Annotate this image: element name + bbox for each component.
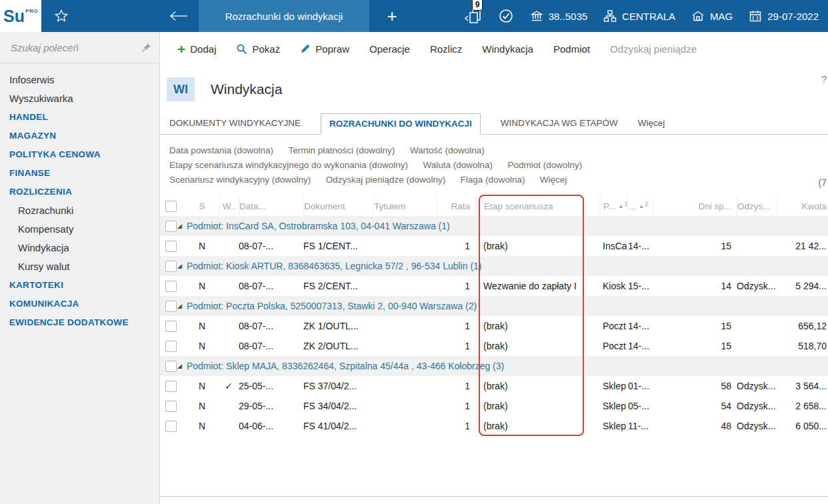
filter-odzyskaj-pieniadze[interactable]: Odzyskaj pieniądze (dowolny) — [326, 173, 445, 187]
cell-data: 08-07-... — [239, 236, 303, 256]
filter-waluta[interactable]: Waluta (dowolna) — [423, 158, 493, 172]
cell-dni: 15 — [653, 316, 737, 336]
sidebar-category-finanse[interactable]: FINANSE — [0, 163, 159, 182]
cell-data: 04-06-... — [239, 416, 303, 436]
sidebar-item-wyszukiwarka[interactable]: Wyszukiwarka — [0, 89, 159, 107]
filter-data-powstania[interactable]: Data powstania (dowolna) — [169, 143, 273, 157]
column-header-kwota[interactable]: Kwota — [777, 196, 828, 216]
sidebar-item-kompensaty[interactable]: Kompensaty — [0, 219, 159, 238]
app-logo[interactable]: Su PRO — [0, 0, 41, 32]
collapse-triangle-icon[interactable]: ◢ — [177, 263, 182, 269]
row-checkbox[interactable] — [165, 301, 177, 312]
column-header-dni[interactable]: Dni sp... — [653, 196, 737, 216]
filter-wartosc[interactable]: Wartość (dowolna) — [410, 143, 485, 157]
group-row[interactable]: ◢ Podmiot: Poczta Polska, 5250007313, St… — [160, 296, 828, 316]
table-row[interactable]: N ✓ 25-05-... FS 37/04/2... 1 (brak) Skl… — [160, 376, 828, 396]
filter-termin-platnosci[interactable]: Termin płatności (dowolny) — [289, 143, 395, 157]
toolbar-button-odzyskaj-pieniadze[interactable]: Odzyskaj pieniądze — [610, 43, 697, 55]
select-all-checkbox[interactable] — [165, 201, 177, 212]
collapse-triangle-icon[interactable]: ◢ — [177, 223, 182, 229]
sidebar-category-rozliczenia[interactable]: ROZLICZENIA — [0, 182, 159, 201]
sidebar-category-handel[interactable]: HANDEL — [0, 107, 159, 126]
pin-icon[interactable] — [141, 43, 151, 53]
sidebar-item-rozrachunki[interactable]: Rozrachunki — [0, 201, 159, 219]
toolbar-button-rozlicz[interactable]: Rozlicz — [430, 43, 462, 55]
group-row[interactable]: ◢ Podmiot: Sklep MAJA, 8336262464, Szpit… — [160, 356, 828, 376]
table-row[interactable]: N 04-06-... FS 41/04/2... 1 (brak) Sklep… — [160, 416, 828, 436]
row-checkbox[interactable] — [165, 241, 177, 252]
cell-w-flag: ✓ — [219, 376, 239, 396]
filter-etapy-scenariusza[interactable]: Etapy scenariusza windykacyjnego do wyko… — [169, 158, 408, 172]
topbar-item-date[interactable]: 29-07-2022 — [749, 9, 819, 23]
row-checkbox[interactable] — [165, 381, 177, 392]
column-header-odzyskaj[interactable]: Odzys... — [737, 196, 777, 216]
tab-windykacja-wg-etapow[interactable]: WINDYKACJA WG ETAPÓW — [501, 113, 618, 134]
row-checkbox[interactable] — [165, 421, 177, 432]
row-checkbox[interactable] — [165, 401, 177, 412]
tab-wiecej[interactable]: Więcej — [638, 113, 665, 134]
toolbar-label: Operacje — [369, 43, 410, 55]
filter-flaga[interactable]: Flaga (dowolna) — [461, 173, 525, 187]
toolbar-button-pokaz[interactable]: Pokaż — [236, 43, 280, 55]
filter-scenariusz-windykacyjny[interactable]: Scenariusz windykacyjny (dowolny) — [169, 173, 311, 187]
sidebar-item-windykacja[interactable]: Windykacja — [0, 238, 159, 257]
table-row[interactable]: N 08-07-... ZK 2/OUTL... 1 (brak) Poczt.… — [160, 336, 828, 356]
row-checkbox[interactable] — [165, 321, 177, 332]
tab-rozrachunki-do-windykacji[interactable]: ROZRACHUNKI DO WINDYKACJI — [321, 113, 481, 135]
help-icon[interactable]: ? — [821, 73, 827, 85]
group-row[interactable]: ◢ Podmiot: Kiosk ARTUR, 8368463635, Legn… — [160, 256, 828, 276]
row-checkbox[interactable] — [165, 261, 177, 272]
sidebar-category-komunikacja[interactable]: KOMUNIKACJA — [0, 294, 159, 313]
group-row[interactable]: ◢ Podmiot: InsCard SA, Ostrobramska 103,… — [160, 216, 828, 236]
table-row[interactable]: N 08-07-... FS 2/CENT... 1 Wezwanie do z… — [160, 276, 828, 296]
new-tab-button[interactable]: + — [377, 0, 407, 32]
table-row[interactable]: N 29-05-... FS 34/04/2... 1 (brak) Sklep… — [160, 396, 828, 416]
row-checkbox[interactable] — [165, 361, 177, 372]
cell-etap-scenariusza: (brak) — [475, 236, 600, 256]
sidebar-item-kursy-walut[interactable]: Kursy walut — [0, 257, 159, 275]
open-windows-button[interactable]: 9 — [464, 7, 482, 25]
sidebar-category-kartoteki[interactable]: KARTOTEKI — [0, 275, 159, 294]
group-label: Podmiot: Kiosk ARTUR, 8368463635, Legnic… — [187, 261, 482, 271]
table-body: ◢ Podmiot: InsCard SA, Ostrobramska 103,… — [160, 216, 828, 436]
column-header-w[interactable]: W.. — [219, 196, 239, 216]
tab-dokumenty-windykacyjne[interactable]: DOKUMENTY WINDYKACYJNE — [169, 113, 301, 134]
sidebar-item-infoserwis[interactable]: Infoserwis — [0, 70, 159, 89]
filter-podmiot[interactable]: Podmiot (dowolny) — [507, 158, 582, 172]
topbar-item-number[interactable]: 38..5035 — [530, 9, 587, 23]
topbar-item-warehouse[interactable]: MAG — [691, 9, 733, 23]
row-checkbox[interactable] — [165, 341, 177, 352]
star-icon — [55, 9, 68, 23]
filter-wiecej[interactable]: Więcej — [540, 173, 567, 187]
status-divider — [160, 496, 828, 497]
row-checkbox[interactable] — [165, 221, 177, 232]
command-search-input[interactable] — [9, 41, 136, 54]
table-row[interactable]: N 08-07-... ZK 1/OUTL... 1 (brak) Poczt.… — [160, 316, 828, 336]
sidebar-category-polityka-cenowa[interactable]: POLITYKA CENOWA — [0, 145, 159, 163]
column-header-dokument[interactable]: Dokument — [303, 196, 373, 216]
table-row[interactable]: N 08-07-... FS 1/CENT... 1 (brak) InsCa.… — [160, 236, 828, 256]
column-header-rata[interactable]: Rata — [437, 196, 475, 216]
sidebar-category-ewidencje-dodatkowe[interactable]: EWIDENCJE DODATKOWE — [0, 313, 159, 331]
collapse-triangle-icon[interactable]: ◢ — [177, 363, 182, 369]
row-checkbox[interactable] — [165, 281, 177, 292]
column-header-data[interactable]: Data... — [239, 196, 303, 216]
back-button[interactable] — [164, 0, 193, 32]
column-header-tytulem[interactable]: Tytułem — [373, 196, 437, 216]
window-tab[interactable]: Rozrachunki do windykacji — [199, 0, 369, 32]
column-header-col2[interactable]: ... ▲ 2 — [627, 196, 653, 216]
toolbar-button-podmiot[interactable]: Podmiot — [553, 43, 590, 55]
topbar-item-branch[interactable]: CENTRALA — [603, 9, 675, 23]
toolbar-button-operacje[interactable]: Operacje — [369, 43, 410, 55]
collapse-triangle-icon[interactable]: ◢ — [177, 303, 182, 309]
favorites-star-icon[interactable] — [51, 0, 72, 32]
sidebar-category-magazyn[interactable]: MAGAZYN — [0, 126, 159, 145]
sync-status-button[interactable] — [498, 8, 514, 24]
toolbar-button-dodaj[interactable]: + Dodaj — [177, 42, 216, 56]
toolbar-button-popraw[interactable]: Popraw — [300, 43, 349, 55]
column-header-etap-scenariusza[interactable]: Etap scenariusza — [475, 196, 600, 216]
toolbar-button-windykacja[interactable]: Windykacja — [482, 43, 533, 55]
cell-dni: 58 — [653, 376, 737, 396]
column-header-p[interactable]: P... ▲ 1 — [600, 196, 627, 216]
column-header-s[interactable]: S — [185, 196, 219, 216]
